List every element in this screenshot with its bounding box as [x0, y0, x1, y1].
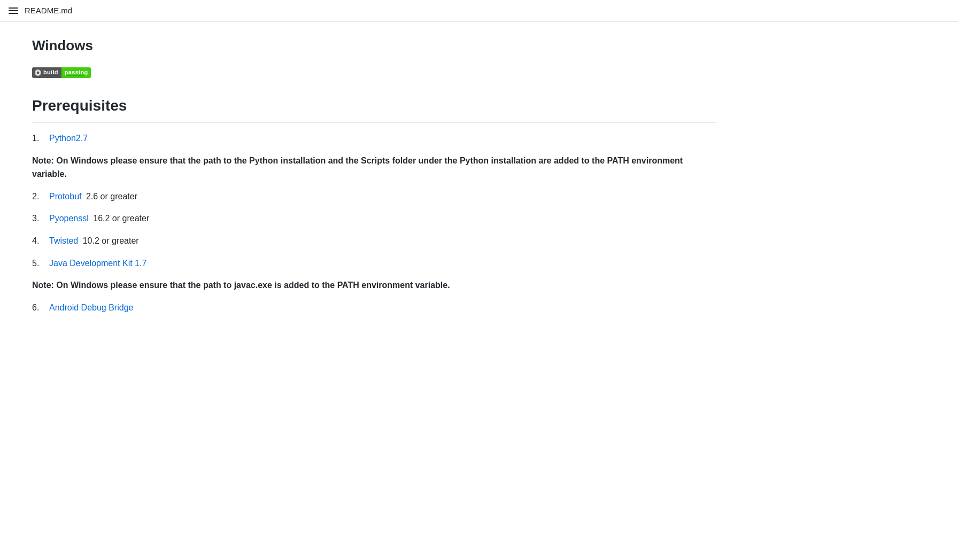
- prerequisites-heading: Prerequisites: [32, 94, 716, 123]
- list-item-6-content: Android Debug Bridge: [49, 301, 133, 315]
- svg-point-1: [37, 71, 40, 74]
- list-item-2-content: Protobuf 2.6 or greater: [49, 190, 137, 204]
- list-number-5: 5.: [32, 256, 49, 270]
- protobuf-link[interactable]: Protobuf: [49, 192, 81, 201]
- badge-left: build: [32, 67, 61, 78]
- prerequisites-list-2: 2. Protobuf 2.6 or greater 3. Pyopenssl …: [32, 190, 716, 270]
- list-item-3-content: Pyopenssl 16.2 or greater: [49, 212, 149, 225]
- build-badge[interactable]: build passing: [32, 67, 91, 78]
- prerequisites-list-3: 6. Android Debug Bridge: [32, 301, 716, 315]
- list-number-4: 4.: [32, 234, 49, 248]
- windows-heading: Windows: [32, 35, 716, 57]
- list-item-2: 2. Protobuf 2.6 or greater: [32, 190, 716, 204]
- list-item-5: 5. Java Development Kit 1.7: [32, 256, 716, 270]
- list-item-3: 3. Pyopenssl 16.2 or greater: [32, 212, 716, 225]
- adb-link[interactable]: Android Debug Bridge: [49, 303, 133, 312]
- protobuf-suffix: 2.6 or greater: [83, 192, 137, 201]
- note-2: Note: On Windows please ensure that the …: [32, 278, 716, 292]
- badge-passing-label: passing: [61, 67, 91, 78]
- ci-icon: [35, 69, 41, 76]
- pyopenssl-suffix: 16.2 or greater: [91, 214, 149, 223]
- build-badge-container: build passing: [32, 66, 716, 80]
- list-number-2: 2.: [32, 190, 49, 204]
- list-item-4: 4. Twisted 10.2 or greater: [32, 234, 716, 248]
- twisted-suffix: 10.2 or greater: [80, 236, 138, 245]
- python-link[interactable]: Python2.7: [49, 134, 88, 143]
- list-item: 1. Python2.7: [32, 131, 716, 145]
- twisted-link[interactable]: Twisted: [49, 236, 78, 245]
- list-item-4-content: Twisted 10.2 or greater: [49, 234, 139, 248]
- list-item-6: 6. Android Debug Bridge: [32, 301, 716, 315]
- hamburger-icon[interactable]: [9, 7, 18, 14]
- main-content: Windows build passing Prerequisites 1. P…: [0, 22, 748, 336]
- list-item-1-content: Python2.7: [49, 131, 88, 145]
- file-title: README.md: [25, 4, 72, 17]
- list-number-6: 6.: [32, 301, 49, 315]
- prerequisites-list: 1. Python2.7: [32, 131, 716, 145]
- note-1: Note: On Windows please ensure that the …: [32, 154, 716, 181]
- list-number-3: 3.: [32, 212, 49, 225]
- list-number-1: 1.: [32, 131, 49, 145]
- top-bar: README.md: [0, 0, 958, 22]
- pyopenssl-link[interactable]: Pyopenssl: [49, 214, 89, 223]
- badge-build-label: build: [43, 68, 58, 77]
- jdk-link[interactable]: Java Development Kit 1.7: [49, 259, 146, 268]
- list-item-5-content: Java Development Kit 1.7: [49, 256, 146, 270]
